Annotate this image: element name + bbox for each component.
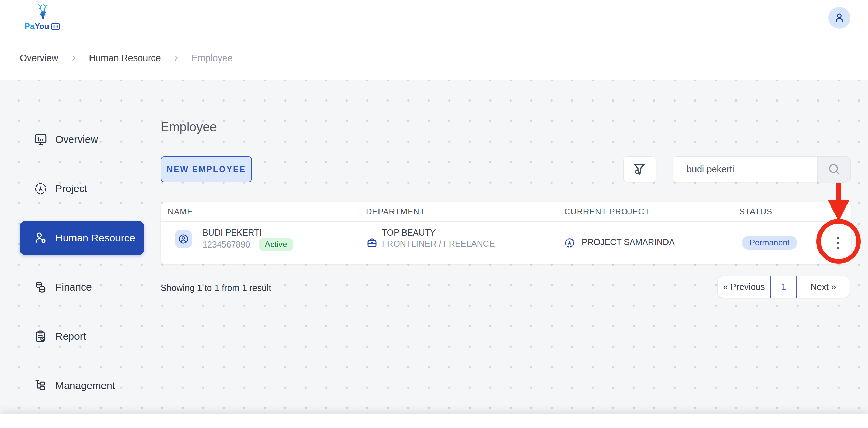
- sidebar-item-finance[interactable]: Finance: [20, 270, 144, 304]
- search-input[interactable]: [673, 157, 817, 182]
- pagination: « Previous 1 Next »: [717, 276, 850, 298]
- active-badge: Active: [259, 238, 292, 251]
- employee-avatar: [175, 230, 192, 248]
- coins-icon: [33, 280, 48, 294]
- sidebar-item-label: Overview: [55, 134, 98, 145]
- previous-page-button[interactable]: « Previous: [718, 276, 770, 298]
- filter-button[interactable]: [623, 156, 656, 182]
- department-role: FRONTLINER / FREELANCE: [382, 238, 495, 250]
- breadcrumb-overview[interactable]: Overview: [20, 53, 58, 64]
- brand-name: Pa You HR: [25, 22, 60, 31]
- project-small-icon: [564, 237, 575, 249]
- column-header-current-project: CURRENT PROJECT: [564, 207, 650, 216]
- next-page-button[interactable]: Next »: [797, 276, 850, 298]
- project-scan-icon: [33, 182, 48, 196]
- sidebar-item-management[interactable]: Management: [20, 369, 144, 403]
- hierarchy-icon: [33, 378, 48, 393]
- table-header-row: NAME DEPARTMENT CURRENT PROJECT STATUS: [161, 202, 851, 222]
- brand-logo[interactable]: Pa You HR: [22, 3, 63, 31]
- sidebar-item-project[interactable]: Project: [20, 172, 144, 206]
- app-screen: Pa You HR Overview Human Resource Employ…: [0, 0, 868, 428]
- sidebar-item-label: Management: [55, 380, 115, 391]
- chevron-right-icon: [70, 54, 78, 62]
- results-summary: Showing 1 to 1 from 1 result: [161, 283, 271, 293]
- deer-logo-icon: [33, 3, 52, 23]
- sidebar-item-label: Finance: [55, 281, 92, 293]
- footer-strip: [0, 414, 868, 428]
- user-circle-icon: [178, 233, 189, 245]
- kebab-dot: [837, 237, 839, 239]
- table-row[interactable]: BUDI PEKERTI 1234567890 - Active TOP BEA…: [161, 221, 851, 264]
- kebab-dot: [837, 247, 839, 249]
- sidebar-item-overview[interactable]: Overview: [20, 122, 144, 157]
- department-name: TOP BEAUTY: [382, 227, 495, 238]
- breadcrumb: Overview Human Resource Employee: [0, 37, 868, 79]
- breadcrumb-human-resource[interactable]: Human Resource: [89, 53, 161, 64]
- current-project: PROJECT SAMARINDA: [582, 237, 675, 247]
- top-bar: Pa You HR: [0, 0, 868, 37]
- search-bar: [673, 156, 851, 182]
- new-employee-button[interactable]: NEW EMPLOYEE: [161, 156, 252, 182]
- monitor-chart-icon: [33, 132, 48, 147]
- column-header-department: DEPARTMENT: [366, 207, 425, 216]
- breadcrumb-employee: Employee: [192, 53, 233, 64]
- current-page-indicator[interactable]: 1: [770, 276, 797, 298]
- search-button[interactable]: [817, 157, 850, 182]
- employee-table: NAME DEPARTMENT CURRENT PROJECT STATUS B…: [161, 202, 851, 264]
- chevron-right-icon: [173, 54, 180, 62]
- column-header-name: NAME: [168, 207, 193, 216]
- sidebar-item-label: Project: [55, 183, 87, 195]
- status-badge: Permanent: [742, 236, 797, 250]
- sidebar-item-label: Human Resource: [55, 232, 135, 244]
- person-gear-icon: [33, 231, 48, 245]
- column-header-status: STATUS: [739, 207, 772, 216]
- sidebar-nav: Overview Project Human Resource: [20, 122, 144, 418]
- brand-name-primary: Pa: [25, 22, 35, 31]
- sidebar-item-human-resource[interactable]: Human Resource: [20, 221, 144, 255]
- filter-search-icon: [632, 161, 648, 177]
- main-area: Overview Project Human Resource: [0, 80, 868, 414]
- sidebar-item-label: Report: [55, 331, 86, 342]
- user-icon: [833, 12, 845, 24]
- user-avatar-button[interactable]: [828, 7, 850, 29]
- sidebar-item-report[interactable]: Report: [20, 319, 144, 353]
- kebab-dot: [837, 242, 839, 244]
- page-title: Employee: [161, 120, 217, 134]
- magnifier-icon: [827, 162, 841, 176]
- row-actions-kebab-button[interactable]: [827, 232, 849, 254]
- brand-name-secondary: You: [35, 22, 49, 31]
- employee-name: BUDI PEKERTI: [203, 227, 293, 238]
- brand-suffix-badge: HR: [51, 23, 60, 30]
- briefcase-icon: [366, 237, 378, 249]
- name-cell: BUDI PEKERTI 1234567890 - Active: [203, 227, 293, 251]
- report-clock-icon: [33, 329, 48, 344]
- employee-id: 1234567890 -: [203, 239, 255, 250]
- department-cell: TOP BEAUTY FRONTLINER / FREELANCE: [382, 227, 495, 250]
